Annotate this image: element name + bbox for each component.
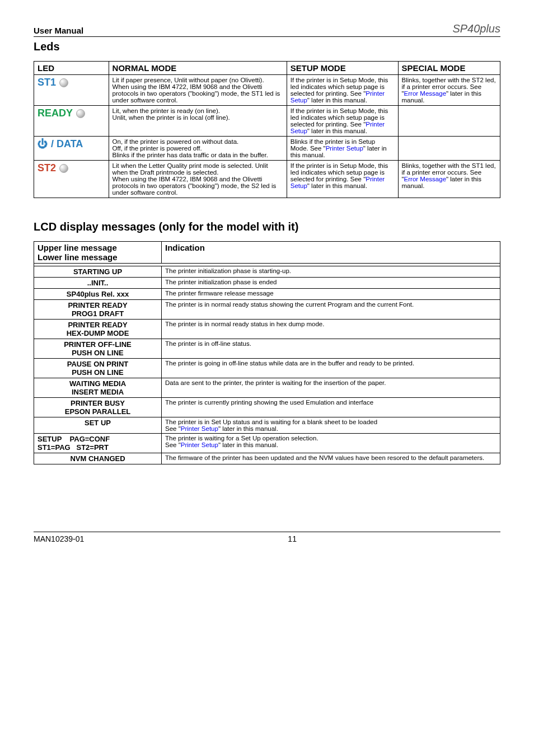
lcd-row: NVM CHANGEDThe firmware of the printer h… [34,453,500,464]
setup-mode-cell: If the printer is in Setup Mode, this le… [287,106,398,137]
lcd-row: SP40plus Rel. xxxThe printer firmware re… [34,289,500,300]
normal-mode-cell: Lit if paper presence, Unlit without pap… [109,75,287,106]
led-row: ⏻ / DATAOn, if the printer is powered on… [34,137,500,161]
printer-setup-link[interactable]: Printer Setup [326,145,363,152]
setup-mode-cell: If the printer is in Setup Mode, this le… [287,75,398,106]
error-message-link[interactable]: Error Message [404,90,446,97]
indication-cell: The printer is waiting for a Set Up oper… [162,434,500,453]
normal-mode-cell: Lit, when the printer is ready (on line)… [109,106,287,137]
led-label-cell: ST2 [34,161,109,198]
special-mode-cell [398,106,500,137]
footer-center: 11 [288,534,297,543]
col-normal: NORMAL MODE [109,62,287,75]
led-label: ST1 [38,77,68,88]
col-indication: Indication [162,242,500,264]
led-dot-icon [76,109,85,118]
message-cell: SETUP PAG=CONF ST1=PAG ST2=PRT [34,434,162,453]
lcd-row: SETUP PAG=CONF ST1=PAG ST2=PRTThe printe… [34,434,500,453]
leds-table: LED NORMAL MODE SETUP MODE SPECIAL MODE … [34,61,500,198]
indication-cell: The printer is in normal ready status sh… [162,300,500,320]
led-label: ⏻ / DATA [38,138,83,150]
indication-cell: The printer is in off-line status. [162,339,500,359]
printer-setup-link[interactable]: Printer Setup [181,442,218,448]
lcd-row: PRINTER BUSYEPSON PARALLELThe printer is… [34,398,500,417]
printer-setup-link[interactable]: Printer Setup [181,425,218,432]
led-row: ST1 Lit if paper presence, Unlit without… [34,75,500,106]
footer-left: MAN10239-01 [34,534,84,543]
lcd-row: SET UPThe printer is in Set Up status an… [34,417,500,434]
product-logo: SP40plus [452,22,500,35]
lcd-row: PRINTER READYHEX-DUMP MODEThe printer is… [34,320,500,339]
col-special: SPECIAL MODE [398,62,500,75]
lcd-row: PRINTER READYPROG1 DRAFTThe printer is i… [34,300,500,320]
indication-cell: The firmware of the printer has been upd… [162,453,500,464]
page-header: User Manual SP40plus [34,22,500,37]
message-cell: STARTING UP [34,266,162,278]
message-cell: PRINTER OFF-LINEPUSH ON LINE [34,339,162,359]
indication-cell: The printer is currently printing showin… [162,398,500,417]
printer-setup-link[interactable]: Printer Setup [291,176,385,189]
message-cell: SP40plus Rel. xxx [34,289,162,300]
lcd-heading: LCD display messages (only for the model… [34,220,500,233]
printer-setup-link[interactable]: Printer Setup [291,121,385,134]
led-dot-icon [59,78,68,87]
special-mode-cell [398,137,500,161]
col-setup: SETUP MODE [287,62,398,75]
indication-cell: The printer firmware release message [162,289,500,300]
special-mode-cell: Blinks, together with the ST1 led, if a … [398,161,500,198]
lcd-row: STARTING UPThe printer initialization ph… [34,266,500,278]
indication-cell: The printer is going in off-line status … [162,359,500,378]
setup-mode-cell: Blinks if the printer is in Setup Mode. … [287,137,398,161]
lcd-table: Upper line message Lower line message In… [34,241,500,464]
leds-heading: Leds [34,40,500,53]
col-message: Upper line message Lower line message [34,242,162,264]
col-led: LED [34,62,109,75]
message-cell: PAUSE ON PRINTPUSH ON LINE [34,359,162,378]
lcd-row: PAUSE ON PRINTPUSH ON LINEThe printer is… [34,359,500,378]
indication-cell: The printer initialization phase is star… [162,266,500,278]
indication-cell: The printer is in normal ready status in… [162,320,500,339]
lcd-row: WAITING MEDIAINSERT MEDIAData are sent t… [34,378,500,398]
led-row: ST2 Lit when the Letter Quality print mo… [34,161,500,198]
power-icon: ⏻ [38,138,48,150]
lcd-row: PRINTER OFF-LINEPUSH ON LINEThe printer … [34,339,500,359]
special-mode-cell: Blinks, together with the ST2 led, if a … [398,75,500,106]
page-footer: MAN10239-01 11 [34,532,500,543]
led-label: READY [38,107,85,119]
normal-mode-cell: On, if the printer is powered on without… [109,137,287,161]
led-label-cell: ST1 [34,75,109,106]
indication-cell: The printer initialization phase is ende… [162,278,500,289]
led-label-cell: ⏻ / DATA [34,137,109,161]
message-cell: PRINTER READYHEX-DUMP MODE [34,320,162,339]
message-cell: WAITING MEDIAINSERT MEDIA [34,378,162,398]
message-cell: SET UP [34,417,162,434]
printer-setup-link[interactable]: Printer Setup [291,90,385,104]
led-row: READY Lit, when the printer is ready (on… [34,106,500,137]
message-cell: PRINTER BUSYEPSON PARALLEL [34,398,162,417]
message-cell: PRINTER READYPROG1 DRAFT [34,300,162,320]
led-dot-icon [59,164,68,173]
indication-cell: The printer is in Set Up status and is w… [162,417,500,434]
normal-mode-cell: Lit when the Letter Quality print mode i… [109,161,287,198]
led-label-cell: READY [34,106,109,137]
message-cell: ..INIT.. [34,278,162,289]
indication-cell: Data are sent to the printer, the printe… [162,378,500,398]
header-left: User Manual [34,26,83,35]
lcd-row: ..INIT..The printer initialization phase… [34,278,500,289]
setup-mode-cell: If the printer is in Setup Mode, this le… [287,161,398,198]
led-label: ST2 [38,162,68,174]
message-cell: NVM CHANGED [34,453,162,464]
error-message-link[interactable]: Error Message [404,176,446,182]
